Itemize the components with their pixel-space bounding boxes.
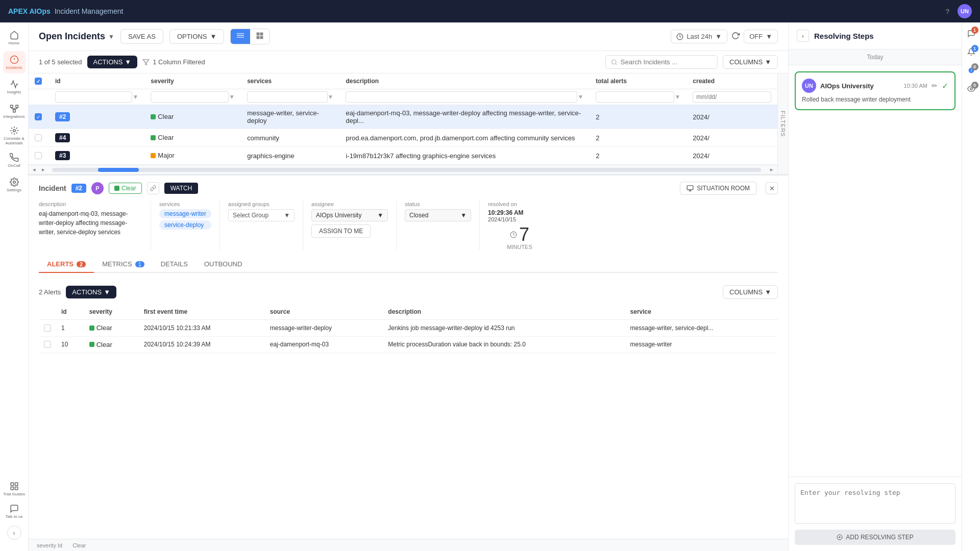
notification-icon-btn[interactable]: ! 0	[964, 63, 978, 78]
columns-button[interactable]: COLUMNS ▼	[723, 55, 778, 69]
options-button[interactable]: OPTIONS ▼	[169, 29, 224, 44]
time-filter[interactable]: Last 24h ▼	[671, 30, 727, 43]
alerts-actions-button[interactable]: ACTIONS ▼	[66, 286, 116, 298]
clear-severity-button[interactable]: Clear	[109, 183, 142, 194]
row-checkbox-3[interactable]	[35, 152, 42, 159]
services-filter-icon[interactable]: ▼	[328, 93, 334, 101]
sidebar-expand-btn[interactable]: ›	[7, 525, 21, 540]
tab-outbound[interactable]: OUTBOUND	[196, 256, 250, 273]
alert-checkbox-10[interactable]	[44, 341, 51, 348]
search-input[interactable]	[621, 58, 712, 66]
alerts-actions-dropdown-icon: ▼	[104, 288, 110, 296]
incident-detail-label: Incident	[39, 184, 66, 192]
link-button[interactable]	[147, 182, 159, 194]
sidebar-bottom-section: Trial Guides Talk to us ›	[3, 478, 26, 547]
alert-time-10: 2024/10/15 10:24:39 AM	[139, 336, 265, 353]
col-created: created	[687, 73, 777, 89]
sidebar-item-incidents[interactable]: Incidents	[3, 51, 26, 73]
tab-metrics[interactable]: METRICS 1	[94, 256, 153, 273]
help-icon[interactable]: ?	[946, 8, 949, 15]
sidebar-item-correlate[interactable]: Correlate & Automate	[3, 124, 26, 147]
priority-button[interactable]: P	[91, 182, 104, 194]
eye-icon-btn[interactable]: 0	[964, 82, 978, 96]
chat-icon-btn[interactable]: 1	[964, 27, 978, 41]
title-dropdown-icon[interactable]: ▼	[108, 33, 114, 40]
alert-sev-dot-10	[89, 342, 94, 347]
clock-minutes-icon	[510, 231, 517, 238]
total-alerts-filter-icon[interactable]: ▼	[674, 93, 680, 101]
list-view-button[interactable]	[231, 29, 250, 44]
id-filter-icon[interactable]: ▼	[132, 93, 138, 101]
off-toggle[interactable]: OFF ▼	[744, 30, 778, 43]
situation-room-button[interactable]: SITUATION ROOM	[680, 182, 756, 195]
detail-resolved-col: resolved on 10:29:36 AM 2024/10/15 7 MIN…	[480, 201, 551, 250]
incident-detail: Incident #2 P Clear WATCH SITUATION ROOM	[29, 174, 788, 279]
sidebar-item-talk[interactable]: Talk to us	[3, 500, 26, 522]
main-content: Open Incidents ▼ SAVE AS OPTIONS ▼	[29, 22, 788, 551]
status-dropdown[interactable]: Closed ▼	[405, 209, 471, 221]
severity-filter-input[interactable]	[151, 91, 229, 103]
alerts-columns-button[interactable]: COLUMNS ▼	[723, 285, 778, 299]
row-checkbox-4[interactable]	[35, 134, 42, 141]
panel-collapse-button[interactable]: ›	[797, 30, 809, 42]
search-icon	[611, 59, 618, 66]
tab-details[interactable]: DETAILS	[153, 256, 196, 273]
assignee-dropdown[interactable]: AIOps University ▼	[311, 209, 388, 221]
off-dropdown-icon: ▼	[766, 33, 772, 40]
service-tags: message-writer service-deploy	[159, 209, 211, 230]
alerts-section: 2 Alerts ACTIONS ▼ COLUMNS ▼ id	[29, 279, 788, 539]
add-resolving-step-button[interactable]: ADD RESOLVING STEP	[795, 530, 955, 545]
sev-dot-clear	[151, 114, 156, 119]
save-as-button[interactable]: SAVE AS	[120, 29, 163, 44]
alert-row[interactable]: 1 Clear 2024/10/15 10:21:33 AM message-w…	[39, 320, 778, 337]
table-row[interactable]: #4 Clear community prod.ea.damenport.com…	[29, 129, 777, 147]
row-checkbox-2[interactable]: ✓	[35, 113, 42, 120]
actions-button[interactable]: ACTIONS ▼	[87, 56, 138, 68]
sidebar-item-integrations[interactable]: Integrations	[3, 100, 26, 122]
status-label: status	[405, 201, 471, 207]
filters-sidebar[interactable]: FILTERS	[777, 73, 788, 174]
alert-col-severity: severity	[84, 304, 139, 320]
top-bar: APEX AIOps Incident Management ? UN	[0, 0, 980, 22]
close-detail-button[interactable]: ✕	[766, 182, 778, 194]
status-dropdown-icon: ▼	[460, 212, 467, 219]
incident-id-3: #3	[55, 151, 70, 160]
services-filter-input[interactable]	[247, 91, 327, 103]
step-user-avatar: UN	[802, 79, 816, 93]
grid-view-button[interactable]	[250, 29, 270, 44]
detail-status-col: status Closed ▼	[397, 201, 480, 250]
created-filter-input[interactable]	[693, 91, 771, 103]
table-row[interactable]: #3 Major graphics-engine i-19m87b12r3k7 …	[29, 147, 777, 165]
select-group-dropdown[interactable]: Select Group ▼	[228, 209, 295, 221]
sidebar-item-home[interactable]: Home	[3, 27, 26, 49]
severity-filter-icon[interactable]: ▼	[229, 93, 235, 101]
alert-row[interactable]: 10 Clear 2024/10/15 10:24:39 AM eaj-dame…	[39, 336, 778, 353]
sidebar-item-trial[interactable]: Trial Guides	[3, 478, 26, 500]
id-filter-input[interactable]	[55, 91, 132, 103]
description-filter-input[interactable]	[346, 91, 577, 103]
detail-description-col: description eaj-damenport-mq-03, message…	[39, 201, 151, 250]
description-filter-icon[interactable]: ▼	[577, 93, 583, 101]
sidebar-item-oncall[interactable]: OnCall	[3, 149, 26, 171]
filter-text: 1 Column Filtered	[153, 58, 205, 66]
table-row[interactable]: ✓ #2 Clear message-writer, service-deplo…	[29, 105, 777, 129]
user-avatar[interactable]: UN	[958, 4, 972, 18]
description-3: i-19m87b12r3k7 affecting graphics-engine…	[339, 147, 590, 165]
assign-to-me-button[interactable]: ASSIGN TO ME	[311, 224, 371, 238]
refresh-icon	[731, 32, 740, 40]
svg-rect-17	[237, 35, 244, 36]
resolving-step-input[interactable]	[795, 483, 955, 524]
detail-assigned-groups-col: assigned groups Select Group ▼	[220, 201, 303, 250]
total-alerts-filter-input[interactable]	[596, 91, 674, 103]
alert-side-icon-btn[interactable]: 1	[964, 45, 978, 59]
refresh-button[interactable]	[731, 32, 740, 41]
watch-button[interactable]: WATCH	[164, 183, 199, 194]
sidebar-item-settings[interactable]: Settings	[3, 173, 26, 196]
select-all-checkbox[interactable]: ✓	[35, 78, 42, 85]
view-toggle	[230, 29, 270, 44]
sidebar-item-insights[interactable]: Insights	[3, 76, 26, 98]
table-scroll-area: ✓ id severity services description total…	[29, 73, 788, 174]
tab-alerts[interactable]: ALERTS 2	[39, 256, 94, 273]
alert-checkbox-1[interactable]	[44, 324, 51, 332]
step-edit-icon[interactable]: ✏	[932, 82, 938, 90]
